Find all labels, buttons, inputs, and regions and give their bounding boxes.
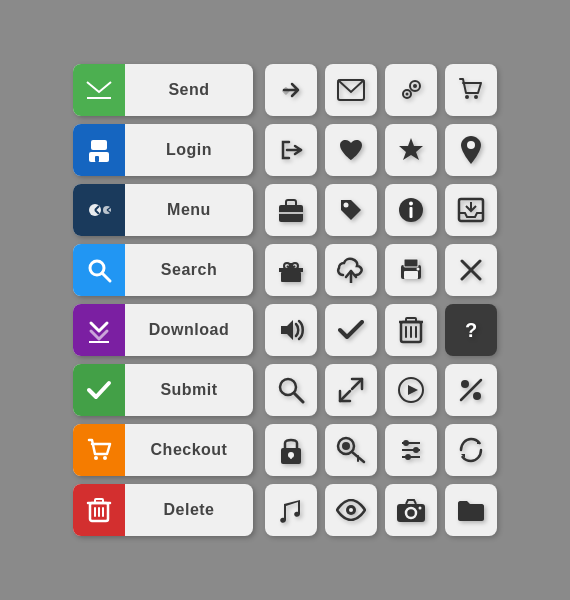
menu-icon (73, 184, 125, 236)
svg-line-60 (340, 391, 350, 401)
login-label: Login (125, 141, 253, 159)
send-label: Send (125, 81, 253, 99)
svg-rect-45 (404, 259, 418, 267)
svg-marker-79 (477, 440, 481, 444)
search-label: Search (125, 261, 253, 279)
cloud-upload-icon[interactable] (325, 244, 377, 296)
delete-icon (73, 484, 125, 536)
svg-point-34 (409, 202, 413, 206)
download-label: Download (125, 321, 253, 339)
svg-point-31 (344, 203, 349, 208)
send-icon (73, 64, 125, 116)
svg-point-21 (413, 84, 417, 88)
logout-icon[interactable] (265, 124, 317, 176)
svg-line-58 (294, 393, 303, 402)
checkmark-icon[interactable] (325, 304, 377, 356)
camera-icon[interactable] (385, 484, 437, 536)
search-button[interactable]: Search (73, 244, 253, 296)
close-icon[interactable] (445, 244, 497, 296)
checkout-icon (73, 424, 125, 476)
svg-rect-4 (95, 156, 99, 162)
svg-rect-52 (406, 318, 416, 322)
delete-label: Delete (125, 501, 253, 519)
submit-icon (73, 364, 125, 416)
menu-button[interactable]: Menu (73, 184, 253, 236)
svg-point-85 (419, 507, 422, 510)
svg-marker-27 (399, 138, 423, 160)
eye-icon[interactable] (325, 484, 377, 536)
icons-grid: ? (265, 64, 497, 536)
location-icon[interactable] (445, 124, 497, 176)
star-icon[interactable] (385, 124, 437, 176)
menu-label: Menu (125, 201, 253, 219)
sliders-icon[interactable] (385, 424, 437, 476)
speaker-icon[interactable] (265, 304, 317, 356)
svg-point-24 (465, 95, 469, 99)
briefcase-icon[interactable] (265, 184, 317, 236)
music-icon[interactable] (265, 484, 317, 536)
login-icon (73, 124, 125, 176)
svg-point-11 (103, 456, 107, 460)
svg-point-10 (94, 456, 98, 460)
svg-marker-62 (408, 385, 418, 395)
svg-rect-14 (95, 499, 103, 503)
svg-text:?: ? (465, 319, 477, 341)
lock-icon[interactable] (265, 424, 317, 476)
key-icon[interactable] (325, 424, 377, 476)
svg-point-63 (461, 380, 469, 388)
percent-icon[interactable] (445, 364, 497, 416)
main-container: Send Login Menu (53, 44, 517, 556)
svg-rect-83 (397, 504, 425, 522)
settings-icon[interactable] (385, 64, 437, 116)
trash-icon[interactable] (385, 304, 437, 356)
svg-line-59 (352, 379, 362, 389)
svg-marker-49 (281, 320, 293, 340)
svg-point-46 (417, 268, 420, 271)
download-icon (73, 304, 125, 356)
submit-button[interactable]: Submit (73, 364, 253, 416)
buttons-column: Send Login Menu (73, 64, 253, 536)
print-icon[interactable] (385, 244, 437, 296)
svg-point-28 (467, 141, 475, 149)
arrow-right-icon[interactable] (265, 64, 317, 116)
question-icon[interactable]: ? (445, 304, 497, 356)
svg-line-8 (102, 273, 110, 281)
svg-point-78 (405, 454, 411, 460)
checkout-label: Checkout (125, 441, 253, 459)
svg-point-77 (413, 447, 419, 453)
svg-point-25 (474, 95, 478, 99)
heart-icon[interactable] (325, 124, 377, 176)
info-icon[interactable] (385, 184, 437, 236)
checkout-button[interactable]: Checkout (73, 424, 253, 476)
inbox-icon[interactable] (445, 184, 497, 236)
svg-rect-68 (290, 455, 292, 459)
cart-icon[interactable] (445, 64, 497, 116)
envelope-icon[interactable] (325, 64, 377, 116)
refresh-icon[interactable] (445, 424, 497, 476)
download-button[interactable]: Download (73, 304, 253, 356)
svg-rect-44 (404, 271, 418, 279)
login-button[interactable]: Login (73, 124, 253, 176)
svg-point-76 (403, 440, 409, 446)
folder-icon[interactable] (445, 484, 497, 536)
send-button[interactable]: Send (73, 64, 253, 116)
svg-rect-2 (91, 140, 107, 150)
svg-point-70 (342, 442, 350, 450)
play-icon[interactable] (385, 364, 437, 416)
gift-icon[interactable] (265, 244, 317, 296)
tag-icon[interactable] (325, 184, 377, 236)
svg-point-82 (349, 508, 353, 512)
svg-rect-33 (410, 207, 413, 218)
svg-point-23 (406, 93, 409, 96)
svg-rect-38 (281, 272, 301, 282)
expand-icon[interactable] (325, 364, 377, 416)
svg-point-64 (473, 392, 481, 400)
svg-rect-18 (282, 87, 290, 95)
submit-label: Submit (125, 381, 253, 399)
delete-button[interactable]: Delete (73, 484, 253, 536)
search2-icon[interactable] (265, 364, 317, 416)
search-icon (73, 244, 125, 296)
